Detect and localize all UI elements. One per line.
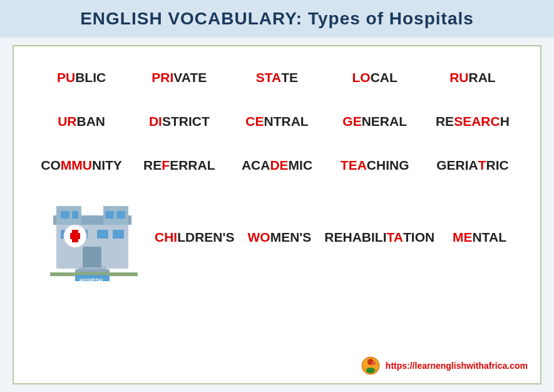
- vocab-community: COMMUNITY: [33, 147, 130, 184]
- vocab-grid: PUBLIC PRIVATE STATE LOCAL RURAL URBAN D…: [33, 59, 521, 190]
- vocab-rural: RURAL: [424, 59, 521, 96]
- svg-rect-8: [61, 211, 69, 219]
- vocab-rehabilitation: REHABILITATION: [321, 219, 438, 256]
- vocab-general: GENERAL: [326, 103, 424, 140]
- svg-rect-12: [83, 247, 101, 269]
- svg-rect-6: [97, 230, 108, 239]
- website-credit: https://learnenglishwithafrica.com: [361, 356, 528, 376]
- vocab-childrens: CHILDREN'S: [151, 219, 238, 256]
- svg-point-23: [366, 368, 375, 373]
- vocab-district: DISTRICT: [130, 103, 228, 140]
- row4-container: HOSPITAL CHILDREN'S WOMEN'S REHABILITATI…: [33, 193, 521, 281]
- main-container: PUBLIC PRIVATE STATE LOCAL RURAL URBAN D…: [13, 45, 541, 384]
- svg-rect-10: [105, 211, 114, 219]
- svg-rect-17: [72, 230, 78, 242]
- vocab-state: STATE: [228, 59, 326, 96]
- vocab-geriatric: GERIATRIC: [424, 147, 521, 184]
- globe-icon: [361, 356, 381, 376]
- vocab-research: RESEARCH: [424, 103, 521, 140]
- vocab-teaching: TEACHING: [326, 147, 424, 184]
- vocab-private: PRIVATE: [130, 59, 228, 96]
- vocab-public: PUBLIC: [33, 59, 130, 96]
- vocab-referral: REFERRAL: [130, 147, 228, 184]
- vocab-mental: MENTAL: [438, 219, 521, 256]
- svg-rect-9: [72, 211, 78, 219]
- svg-rect-14: [75, 269, 110, 272]
- vocab-central: CENTRAL: [228, 103, 326, 140]
- title-bar: ENGLISH VOCABULARY: Types of Hospitals: [0, 0, 554, 38]
- vocab-academic: ACADEMIC: [228, 147, 326, 184]
- vocab-local: LOCAL: [326, 59, 424, 96]
- svg-point-24: [372, 361, 376, 365]
- svg-rect-7: [113, 230, 124, 239]
- vocab-urban: URBAN: [33, 103, 130, 140]
- hospital-svg: HOSPITAL: [41, 193, 144, 281]
- vocab-womens: WOMEN'S: [238, 219, 322, 256]
- page-title: ENGLISH VOCABULARY: Types of Hospitals: [13, 9, 541, 29]
- website-url: https://learnenglishwithafrica.com: [386, 361, 528, 371]
- hospital-illustration: HOSPITAL: [33, 193, 151, 281]
- svg-rect-11: [116, 211, 125, 219]
- svg-text:HOSPITAL: HOSPITAL: [80, 277, 105, 281]
- row4-words: CHILDREN'S WOMEN'S REHABILITATION MENTAL: [151, 219, 521, 256]
